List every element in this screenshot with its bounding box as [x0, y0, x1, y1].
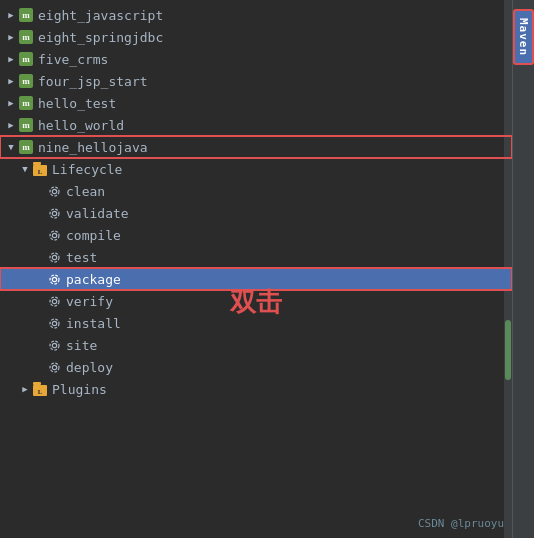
tree-item-plugins[interactable]: L Plugins — [0, 378, 512, 400]
svg-point-31 — [52, 343, 56, 347]
svg-point-34 — [50, 363, 59, 372]
main-container: m eight_javascript m eight_springjdbc m … — [0, 0, 534, 538]
svg-text:L: L — [38, 168, 43, 176]
tree-item-verify[interactable]: verify — [0, 290, 512, 312]
module-icon: m — [18, 139, 34, 155]
svg-point-22 — [50, 231, 59, 240]
tree-item-label: Plugins — [52, 382, 512, 397]
svg-point-21 — [52, 233, 56, 237]
gear-icon — [46, 249, 62, 265]
arrow-icon — [32, 272, 46, 286]
gear-icon — [46, 205, 62, 221]
tree-item-label: four_jsp_start — [38, 74, 512, 89]
svg-text:m: m — [22, 32, 30, 42]
tree-item-eight_springjdbc[interactable]: m eight_springjdbc — [0, 26, 512, 48]
tree-item-label: site — [66, 338, 512, 353]
tree-item-label: validate — [66, 206, 512, 221]
scroll-thumb[interactable] — [505, 320, 511, 380]
arrow-icon — [4, 118, 18, 132]
svg-text:m: m — [22, 54, 30, 64]
svg-text:m: m — [22, 10, 30, 20]
tree-item-deploy[interactable]: deploy — [0, 356, 512, 378]
tree-item-label: nine_hellojava — [38, 140, 512, 155]
module-icon: m — [18, 73, 34, 89]
arrow-icon — [32, 206, 46, 220]
tree-item-label: eight_javascript — [38, 8, 512, 23]
tree-item-label: Lifecycle — [52, 162, 512, 177]
module-icon: m — [18, 29, 34, 45]
maven-tab[interactable]: Maven — [514, 10, 533, 64]
svg-point-33 — [52, 365, 56, 369]
svg-point-18 — [50, 187, 59, 196]
arrow-icon — [18, 382, 32, 396]
tree-item-four_jsp_start[interactable]: m four_jsp_start — [0, 70, 512, 92]
arrow-icon — [4, 30, 18, 44]
svg-point-32 — [50, 341, 59, 350]
tree-item-label: hello_world — [38, 118, 512, 133]
tree-item-label: test — [66, 250, 512, 265]
tree-item-package[interactable]: package — [0, 268, 512, 290]
svg-point-29 — [52, 321, 56, 325]
arrow-icon — [4, 52, 18, 66]
module-icon: m — [18, 51, 34, 67]
tree-item-eight_javascript[interactable]: m eight_javascript — [0, 4, 512, 26]
gear-icon — [46, 271, 62, 287]
gear-icon — [46, 337, 62, 353]
tree-item-install[interactable]: install — [0, 312, 512, 334]
svg-point-17 — [52, 189, 56, 193]
arrow-icon — [4, 74, 18, 88]
arrow-icon — [32, 338, 46, 352]
tree-item-five_crms[interactable]: m five_crms — [0, 48, 512, 70]
tree-item-lifecycle[interactable]: L Lifecycle — [0, 158, 512, 180]
arrow-icon — [32, 360, 46, 374]
tree-item-label: hello_test — [38, 96, 512, 111]
gear-icon — [46, 293, 62, 309]
tree-item-label: clean — [66, 184, 512, 199]
tree-item-label: install — [66, 316, 512, 331]
tree-item-label: five_crms — [38, 52, 512, 67]
arrow-icon — [4, 96, 18, 110]
arrow-icon — [4, 8, 18, 22]
tree-item-label: verify — [66, 294, 512, 309]
tree-item-test[interactable]: test — [0, 246, 512, 268]
svg-point-23 — [52, 255, 56, 259]
module-icon: m — [18, 7, 34, 23]
tree-item-label: eight_springjdbc — [38, 30, 512, 45]
svg-text:m: m — [22, 142, 30, 152]
module-icon: m — [18, 117, 34, 133]
tree-item-label: deploy — [66, 360, 512, 375]
svg-text:m: m — [22, 120, 30, 130]
tree-item-hello_world[interactable]: m hello_world — [0, 114, 512, 136]
lifecycle-icon: L — [32, 161, 48, 177]
gear-icon — [46, 227, 62, 243]
arrow-icon — [4, 140, 18, 154]
tree-item-nine_hellojava[interactable]: m nine_hellojava — [0, 136, 512, 158]
arrow-icon — [32, 316, 46, 330]
gear-icon — [46, 315, 62, 331]
svg-point-20 — [50, 209, 59, 218]
tree-item-label: compile — [66, 228, 512, 243]
svg-rect-15 — [33, 162, 41, 165]
gear-icon — [46, 359, 62, 375]
svg-point-30 — [50, 319, 59, 328]
svg-point-26 — [50, 275, 59, 284]
tree-item-compile[interactable]: compile — [0, 224, 512, 246]
svg-text:m: m — [22, 98, 30, 108]
svg-point-24 — [50, 253, 59, 262]
tree-item-site[interactable]: site — [0, 334, 512, 356]
svg-text:L: L — [38, 388, 43, 396]
arrow-icon — [18, 162, 32, 176]
tree-item-hello_test[interactable]: m hello_test — [0, 92, 512, 114]
maven-sidebar: Maven — [512, 0, 534, 538]
tree-panel: m eight_javascript m eight_springjdbc m … — [0, 0, 512, 538]
lifecycle-icon: L — [32, 381, 48, 397]
tree-item-label: package — [66, 272, 512, 287]
arrow-icon — [32, 250, 46, 264]
svg-text:m: m — [22, 76, 30, 86]
gear-icon — [46, 183, 62, 199]
tree-item-validate[interactable]: validate — [0, 202, 512, 224]
svg-point-27 — [52, 299, 56, 303]
tree-item-clean[interactable]: clean — [0, 180, 512, 202]
svg-rect-36 — [33, 382, 41, 385]
svg-point-25 — [52, 277, 56, 281]
